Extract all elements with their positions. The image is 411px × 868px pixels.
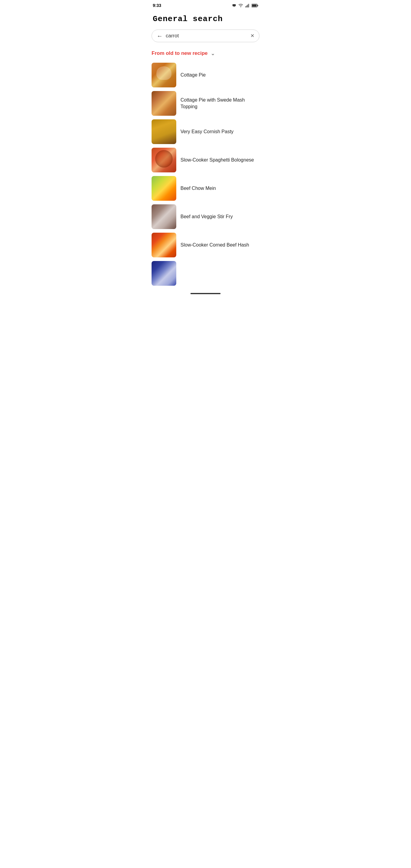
recipe-name: Beef and Veggie Stir Fry: [181, 213, 232, 220]
signal-icon: [245, 3, 250, 8]
list-item[interactable]: Beef Chow Mein: [147, 174, 264, 203]
recipe-thumbnail: [152, 176, 176, 201]
svg-rect-8: [257, 4, 258, 6]
recipe-name: Beef Chow Mein: [181, 185, 216, 192]
svg-rect-6: [248, 4, 249, 7]
recipe-list: Cottage Pie Cottage Pie with Swede Mash …: [147, 61, 264, 287]
svg-rect-4: [247, 5, 247, 7]
recipe-thumbnail: [152, 148, 176, 173]
notification-icon: [232, 3, 236, 8]
svg-marker-1: [233, 6, 235, 7]
list-item[interactable]: Cottage Pie with Swede Mash Topping: [147, 89, 264, 118]
svg-rect-3: [245, 6, 246, 7]
recipe-name: Cottage Pie with Swede Mash Topping: [181, 97, 259, 110]
home-indicator: [190, 293, 221, 294]
svg-rect-5: [247, 4, 248, 7]
list-item[interactable]: Slow-Cooker Corned Beef Hash: [147, 231, 264, 259]
status-bar: 9:33: [147, 0, 264, 10]
recipe-name: Cottage Pie: [181, 72, 206, 79]
list-item[interactable]: Very Easy Cornish Pasty: [147, 118, 264, 146]
status-time: 9:33: [153, 3, 161, 8]
bottom-bar: [147, 287, 264, 297]
list-item[interactable]: Cottage Pie: [147, 61, 264, 89]
recipe-thumbnail: [152, 261, 176, 286]
battery-icon: [252, 4, 258, 7]
recipe-thumbnail: [152, 204, 176, 229]
recipe-name: Very Easy Cornish Pasty: [181, 128, 233, 135]
svg-rect-0: [232, 4, 236, 6]
page-title: General search: [147, 10, 264, 30]
filter-label: From old to new recipe: [152, 50, 208, 56]
back-button[interactable]: ←: [157, 33, 163, 39]
clear-button[interactable]: ✕: [250, 33, 254, 38]
chevron-down-icon: ⌄: [211, 50, 215, 57]
recipe-name: Slow-Cooker Spaghetti Bolognese: [181, 157, 254, 163]
filter-row[interactable]: From old to new recipe ⌄: [147, 48, 264, 61]
search-bar: ← ✕: [152, 30, 259, 42]
list-item[interactable]: Beef and Veggie Stir Fry: [147, 203, 264, 231]
recipe-thumbnail: [152, 233, 176, 257]
list-item[interactable]: [147, 259, 264, 287]
status-icons: [232, 3, 258, 8]
svg-rect-9: [252, 4, 256, 7]
list-item[interactable]: Slow-Cooker Spaghetti Bolognese: [147, 146, 264, 174]
recipe-thumbnail: [152, 63, 176, 87]
recipe-thumbnail: [152, 119, 176, 144]
recipe-name: Slow-Cooker Corned Beef Hash: [181, 242, 249, 248]
wifi-icon: [238, 3, 243, 8]
search-input[interactable]: [166, 33, 247, 39]
recipe-thumbnail: [152, 91, 176, 116]
